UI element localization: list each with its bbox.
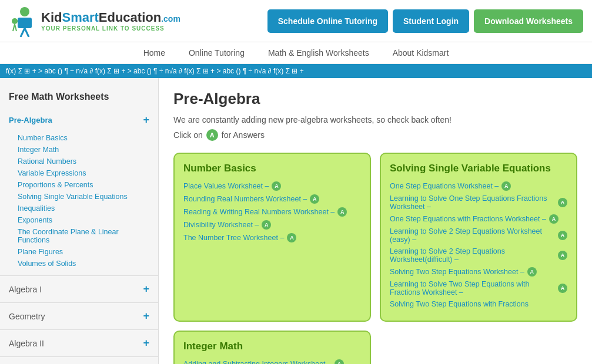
item-label: Solving Two Step Equations Worksheet –	[390, 268, 524, 276]
logo-brand: KidSmartEducation.com	[41, 10, 180, 25]
card-number-basics: Number Basics Place Values Worksheet – A…	[173, 153, 371, 322]
card-item-number-tree[interactable]: The Number Tree Worksheet – A	[183, 233, 361, 242]
answer-icon-4[interactable]: A	[262, 220, 271, 230]
card-item-rounding[interactable]: Rounding Real Numbers Worksheet – A	[183, 194, 361, 204]
card-item-learning-one-step-fractions[interactable]: Learning to Solve One Step Equations Fra…	[390, 194, 567, 211]
card-item-adding-subtracting[interactable]: Adding and Subtracting Integers Workshee…	[183, 359, 361, 364]
item-label: Learning to Solve Two Step Equations wit…	[390, 280, 555, 296]
sidebar: Free Math Worksheets Pre-Algebra + Numbe…	[0, 78, 159, 364]
item-label: One Step Equations Worksheet –	[390, 182, 499, 190]
answer-icon-s3[interactable]: A	[549, 214, 558, 224]
item-label: Rounding Real Numbers Worksheet –	[183, 195, 307, 203]
svg-line-3	[25, 28, 29, 37]
sidebar-section-geometry: Geometry +	[0, 305, 158, 327]
logo-dotcom: .com	[161, 14, 180, 23]
sidebar-section-algebra2: Algebra II +	[0, 332, 158, 354]
logo-tagline: YOUR PERSONAL LINK TO SUCCESS	[41, 25, 180, 32]
sidebar-item-rational-numbers[interactable]: Rational Numbers	[12, 156, 158, 167]
divider-1	[0, 275, 158, 276]
card-title-number-basics: Number Basics	[183, 163, 361, 174]
answer-icon-i1[interactable]: A	[335, 359, 344, 364]
answer-icon-s4[interactable]: A	[558, 231, 567, 240]
nav-home[interactable]: Home	[143, 48, 165, 58]
card-item-learning-two-step-fractions[interactable]: Learning to Solve Two Step Equations wit…	[390, 280, 567, 296]
sidebar-item-integer-math[interactable]: Integer Math	[12, 144, 158, 156]
card-item-one-step-fractions[interactable]: One Step Equations with Fractions Worksh…	[390, 214, 567, 224]
cards-grid: Number Basics Place Values Worksheet – A…	[173, 153, 577, 364]
math-ticker: f(x) Σ ⊞ + > abc () ¶ ÷ n√a ∂ f(x) Σ ⊞ +…	[0, 64, 592, 78]
answer-icon-2[interactable]: A	[310, 194, 319, 204]
card-item-divisibility[interactable]: Divisibility Worksheet – A	[183, 220, 361, 230]
nav-worksheets[interactable]: Math & English Worksheets	[268, 48, 369, 58]
sidebar-section-header-precalculus[interactable]: Pre-Calculus +	[0, 359, 158, 364]
answer-icon-s2[interactable]: A	[558, 198, 567, 207]
item-label: One Step Equations with Fractions Worksh…	[390, 215, 546, 223]
plus-icon-geometry: +	[143, 310, 149, 322]
item-label: Place Values Worksheet –	[183, 182, 269, 190]
sidebar-section-header-geometry[interactable]: Geometry +	[0, 305, 158, 327]
divider-2	[0, 302, 158, 303]
sidebar-item-variable-expressions[interactable]: Variable Expressions	[12, 167, 158, 179]
divider-3	[0, 329, 158, 330]
schedule-button[interactable]: Schedule Online Tutoring	[267, 9, 388, 33]
answer-icon-s7[interactable]: A	[558, 284, 567, 293]
nav-online-tutoring[interactable]: Online Tutoring	[189, 48, 245, 58]
sidebar-item-exponents[interactable]: Exponents	[12, 214, 158, 226]
sidebar-item-number-basics[interactable]: Number Basics	[12, 132, 158, 144]
plus-icon-algebra1: +	[143, 283, 149, 295]
logo-smart: Smart	[62, 10, 98, 25]
svg-point-4	[12, 18, 18, 24]
sidebar-section-precalculus: Pre-Calculus +	[0, 359, 158, 364]
card-item-reading-writing[interactable]: Reading & Writing Real Numbers Worksheet…	[183, 207, 361, 217]
divider-4	[0, 356, 158, 357]
main-nav: Home Online Tutoring Math & English Work…	[0, 42, 592, 64]
click-text-1: Click on	[173, 130, 203, 140]
item-label: Learning to Solve 2 Step Equations Works…	[390, 247, 555, 264]
sidebar-item-volumes[interactable]: Volumes of Solids	[12, 258, 158, 269]
answer-icon-s1[interactable]: A	[501, 181, 511, 191]
content-area: Pre-Algebra We are constantly adding new…	[159, 78, 592, 364]
card-item-one-step[interactable]: One Step Equations Worksheet – A	[390, 181, 567, 191]
click-instruction: Click on A for Answers	[173, 129, 577, 141]
card-title-integer-math: Integer Math	[183, 341, 361, 352]
sidebar-item-inequalities[interactable]: Inequalities	[12, 203, 158, 214]
logo-education-text: Education	[99, 10, 161, 25]
sidebar-section-header-prealgebra[interactable]: Pre-Algebra +	[0, 109, 158, 131]
svg-point-0	[20, 7, 29, 16]
card-item-two-step-difficult[interactable]: Learning to Solve 2 Step Equations Works…	[390, 247, 567, 264]
header: KidSmartEducation.com YOUR PERSONAL LINK…	[0, 0, 592, 42]
login-button[interactable]: Student Login	[393, 9, 469, 33]
item-label: Reading & Writing Real Numbers Worksheet…	[183, 208, 335, 216]
sidebar-section-header-algebra2[interactable]: Algebra II +	[0, 332, 158, 354]
answer-icon-3[interactable]: A	[337, 207, 347, 217]
sidebar-item-proportions[interactable]: Proportions & Percents	[12, 179, 158, 191]
sidebar-section-header-algebra1[interactable]: Algebra I +	[0, 278, 158, 300]
svg-line-6	[15, 24, 16, 31]
item-label: Solving Two Step Equations with Fraction…	[390, 300, 529, 308]
item-label: The Number Tree Worksheet –	[183, 234, 284, 242]
main-content: Free Math Worksheets Pre-Algebra + Numbe…	[0, 78, 592, 364]
answer-icon-s5[interactable]: A	[558, 251, 567, 260]
sidebar-section-label-algebra2: Algebra II	[9, 339, 44, 348]
header-buttons: Schedule Online Tutoring Student Login D…	[267, 9, 583, 33]
logo-text: KidSmartEducation.com YOUR PERSONAL LINK…	[41, 10, 180, 32]
card-item-solving-two-step-fractions[interactable]: Solving Two Step Equations with Fraction…	[390, 300, 567, 308]
card-item-two-step-easy[interactable]: Learning to Solve 2 Step Equations Works…	[390, 227, 567, 244]
click-text-2: for Answers	[222, 130, 265, 140]
item-label: Learning to Solve One Step Equations Fra…	[390, 194, 555, 211]
sidebar-section-label-prealgebra: Pre-Algebra	[9, 116, 52, 124]
answer-icon-1[interactable]: A	[272, 181, 281, 191]
svg-line-2	[21, 28, 25, 37]
sidebar-section-label-geometry: Geometry	[9, 312, 45, 321]
sidebar-item-coordinate-plane[interactable]: The Coordinate Plane & Linear Functions	[12, 226, 158, 246]
nav-about[interactable]: About Kidsmart	[393, 48, 449, 58]
item-label: Adding and Subtracting Integers Workshee…	[183, 360, 332, 364]
download-button[interactable]: Download Worksheets	[474, 9, 583, 33]
sidebar-item-plane-figures[interactable]: Plane Figures	[12, 246, 158, 258]
card-item-place-values[interactable]: Place Values Worksheet – A	[183, 181, 361, 191]
card-item-solving-two-step[interactable]: Solving Two Step Equations Worksheet – A	[390, 267, 567, 277]
sidebar-item-solving-single[interactable]: Solving Single Variable Equations	[12, 191, 158, 203]
answer-icon: A	[206, 129, 218, 141]
answer-icon-s6[interactable]: A	[527, 267, 537, 277]
answer-icon-5[interactable]: A	[287, 233, 296, 242]
